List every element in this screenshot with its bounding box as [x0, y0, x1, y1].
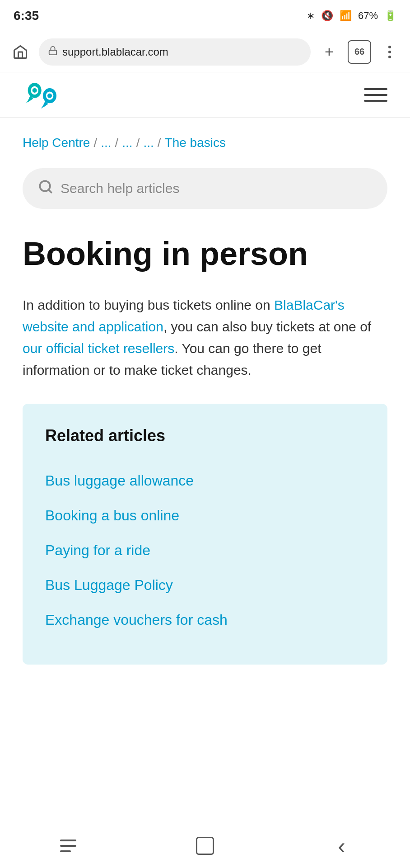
- article-link-resellers[interactable]: our official ticket resellers: [23, 341, 174, 356]
- nav-recent-button[interactable]: [50, 828, 86, 864]
- related-article-item-0[interactable]: Bus luggage allowance: [45, 463, 365, 498]
- bottom-navigation: ‹: [0, 823, 410, 868]
- browser-bar: support.blablacar.com + 66: [0, 32, 410, 72]
- url-text: support.blablacar.com: [62, 46, 168, 58]
- svg-point-6: [47, 93, 52, 98]
- battery-icon: 🔋: [384, 10, 396, 22]
- search-icon: [38, 179, 53, 198]
- breadcrumb-ellipsis-1[interactable]: ...: [101, 136, 111, 150]
- search-placeholder: Search help articles: [61, 181, 179, 196]
- browser-url-bar[interactable]: support.blablacar.com: [39, 38, 311, 66]
- article-body-intro: In addition to buying bus tickets online…: [23, 297, 274, 312]
- menu-dot-1: [388, 46, 391, 48]
- status-time: 6:35: [14, 9, 39, 23]
- breadcrumb-ellipsis-3[interactable]: ...: [143, 136, 154, 150]
- nav-home-button[interactable]: [187, 828, 223, 864]
- breadcrumb-ellipsis-2[interactable]: ...: [122, 136, 132, 150]
- breadcrumb-sep-4: /: [158, 136, 161, 150]
- browser-home-button[interactable]: [9, 41, 32, 63]
- breadcrumb-sep-3: /: [136, 136, 140, 150]
- hamburger-menu-button[interactable]: [364, 88, 387, 102]
- article-body: In addition to buying bus tickets online…: [23, 294, 387, 381]
- breadcrumb: Help Centre / ... / ... / ... / The basi…: [23, 136, 387, 150]
- wifi-icon: 📶: [340, 10, 352, 22]
- breadcrumb-sep-2: /: [115, 136, 119, 150]
- url-security-icon: [48, 46, 58, 58]
- breadcrumb-sep-1: /: [93, 136, 97, 150]
- nav-back-button[interactable]: ‹: [324, 828, 360, 864]
- home-circle-icon: [196, 837, 214, 855]
- related-article-item-3[interactable]: Bus Luggage Policy: [45, 568, 365, 603]
- menu-dot-2: [388, 51, 391, 53]
- back-arrow-icon: ‹: [338, 833, 345, 859]
- breadcrumb-home[interactable]: Help Centre: [23, 136, 90, 150]
- page-header: [0, 72, 410, 118]
- svg-line-8: [49, 190, 51, 193]
- mute-icon: 🔇: [321, 10, 333, 22]
- menu-dot-3: [388, 56, 391, 58]
- article-body-middle: , you can also buy tickets at one of: [163, 319, 371, 334]
- hamburger-line-2: [364, 94, 387, 96]
- logo[interactable]: [23, 79, 68, 111]
- status-icons: ∗ 🔇 📶 67% 🔋: [307, 10, 396, 22]
- related-article-item-1[interactable]: Booking a bus online: [45, 498, 365, 533]
- related-article-item-4[interactable]: Exchange vouchers for cash: [45, 603, 365, 637]
- browser-menu-button[interactable]: [378, 41, 401, 63]
- browser-tabs-button[interactable]: 66: [348, 40, 371, 64]
- related-article-item-2[interactable]: Paying for a ride: [45, 533, 365, 568]
- status-bar: 6:35 ∗ 🔇 📶 67% 🔋: [0, 0, 410, 32]
- battery-text: 67%: [358, 10, 378, 22]
- hamburger-line-1: [364, 88, 387, 90]
- main-content: Help Centre / ... / ... / ... / The basi…: [0, 118, 410, 683]
- related-articles-box: Related articles Bus luggage allowance B…: [23, 404, 387, 665]
- bluetooth-icon: ∗: [307, 10, 315, 22]
- related-articles-title: Related articles: [45, 426, 365, 445]
- search-bar[interactable]: Search help articles: [23, 168, 387, 209]
- svg-point-3: [33, 88, 37, 93]
- breadcrumb-current: The basics: [165, 136, 226, 150]
- article-title: Booking in person: [23, 236, 387, 272]
- browser-new-tab-button[interactable]: +: [318, 41, 340, 63]
- recent-apps-icon: [60, 840, 76, 852]
- svg-rect-0: [49, 50, 57, 55]
- hamburger-line-3: [364, 100, 387, 102]
